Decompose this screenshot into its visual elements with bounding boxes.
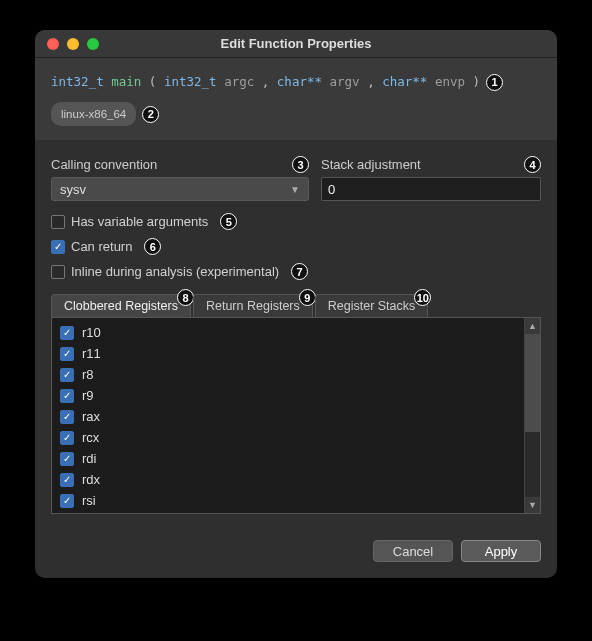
param-name: argc	[224, 74, 254, 89]
callout-2: 2	[142, 106, 159, 123]
callout-9: 9	[299, 289, 316, 306]
tab-label: Register Stacks	[328, 299, 416, 313]
calling-convention-label: Calling convention	[51, 157, 157, 172]
zoom-icon[interactable]	[87, 38, 99, 50]
scroll-down-icon[interactable]: ▼	[525, 497, 540, 513]
param-name: envp	[435, 74, 465, 89]
inline-analysis-label: Inline during analysis (experimental)	[71, 264, 279, 279]
can-return-label: Can return	[71, 239, 132, 254]
callout-8: 8	[177, 289, 194, 306]
form-body: Calling convention 3 sysv ▼ Stack adjust…	[35, 140, 557, 528]
register-name: rdx	[82, 472, 100, 487]
tab-return-registers[interactable]: Return Registers 9	[193, 294, 313, 317]
callout-1: 1	[486, 74, 503, 91]
tab-label: Clobbered Registers	[64, 299, 178, 313]
param-type: int32_t	[164, 74, 217, 89]
callout-6: 6	[144, 238, 161, 255]
register-name: rsi	[82, 493, 96, 508]
register-checkbox[interactable]: ✓	[60, 473, 74, 487]
callout-3: 3	[292, 156, 309, 173]
scrollbar[interactable]: ▲ ▼	[524, 318, 540, 513]
param-type: char**	[277, 74, 322, 89]
has-var-args-checkbox[interactable]	[51, 215, 65, 229]
minimize-icon[interactable]	[67, 38, 79, 50]
register-name: rax	[82, 409, 100, 424]
close-icon[interactable]	[47, 38, 59, 50]
register-row[interactable]: ✓r9	[60, 385, 516, 406]
register-row[interactable]: ✓rcx	[60, 427, 516, 448]
register-tabs-panel: Clobbered Registers 8 Return Registers 9…	[51, 294, 541, 514]
stack-adjustment-value: 0	[328, 182, 335, 197]
register-checkbox[interactable]: ✓	[60, 410, 74, 424]
register-row[interactable]: ✓r10	[60, 322, 516, 343]
register-row[interactable]: ✓rdx	[60, 469, 516, 490]
register-name: r8	[82, 367, 94, 382]
dialog-window: Edit Function Properties int32_t main ( …	[35, 30, 557, 578]
scroll-thumb[interactable]	[525, 334, 540, 432]
return-type: int32_t	[51, 74, 104, 89]
register-name: rcx	[82, 430, 99, 445]
window-title: Edit Function Properties	[35, 36, 557, 51]
calling-convention-value: sysv	[60, 182, 86, 197]
traffic-lights	[35, 38, 99, 50]
cancel-button[interactable]: Cancel	[373, 540, 453, 562]
register-list: ✓r10✓r11✓r8✓r9✓rax✓rcx✓rdi✓rdx✓rsi ▲ ▼	[51, 318, 541, 514]
register-row[interactable]: ✓r11	[60, 343, 516, 364]
register-row[interactable]: ✓rax	[60, 406, 516, 427]
register-row[interactable]: ✓r8	[60, 364, 516, 385]
param-name: argv	[330, 74, 360, 89]
register-row[interactable]: ✓rdi	[60, 448, 516, 469]
register-checkbox[interactable]: ✓	[60, 326, 74, 340]
tab-label: Return Registers	[206, 299, 300, 313]
button-label: Cancel	[393, 544, 433, 559]
signature-panel: int32_t main ( int32_t argc , char** arg…	[35, 58, 557, 140]
stack-adjustment-label: Stack adjustment	[321, 157, 421, 172]
register-checkbox[interactable]: ✓	[60, 347, 74, 361]
register-name: r9	[82, 388, 94, 403]
register-name: r11	[82, 346, 101, 361]
tab-clobbered-registers[interactable]: Clobbered Registers 8	[51, 294, 191, 317]
param-type: char**	[382, 74, 427, 89]
inline-analysis-checkbox[interactable]	[51, 265, 65, 279]
titlebar: Edit Function Properties	[35, 30, 557, 58]
callout-4: 4	[524, 156, 541, 173]
register-checkbox[interactable]: ✓	[60, 431, 74, 445]
signature-text[interactable]: int32_t main ( int32_t argc , char** arg…	[51, 72, 480, 92]
can-return-checkbox[interactable]: ✓	[51, 240, 65, 254]
callout-7: 7	[291, 263, 308, 280]
callout-5: 5	[220, 213, 237, 230]
dialog-footer: Cancel Apply	[35, 528, 557, 578]
calling-convention-dropdown[interactable]: sysv ▼	[51, 177, 309, 201]
chevron-down-icon: ▼	[290, 184, 300, 195]
scroll-up-icon[interactable]: ▲	[525, 318, 540, 334]
stack-adjustment-input[interactable]: 0	[321, 177, 541, 201]
button-label: Apply	[485, 544, 518, 559]
register-checkbox[interactable]: ✓	[60, 389, 74, 403]
register-row[interactable]: ✓rsi	[60, 490, 516, 511]
function-name: main	[111, 74, 141, 89]
register-checkbox[interactable]: ✓	[60, 368, 74, 382]
register-name: rdi	[82, 451, 96, 466]
register-checkbox[interactable]: ✓	[60, 494, 74, 508]
platform-tag[interactable]: linux-x86_64	[51, 102, 136, 126]
callout-10: 10	[414, 289, 431, 306]
register-name: r10	[82, 325, 101, 340]
tab-register-stacks[interactable]: Register Stacks 10	[315, 294, 429, 317]
has-var-args-label: Has variable arguments	[71, 214, 208, 229]
apply-button[interactable]: Apply	[461, 540, 541, 562]
register-checkbox[interactable]: ✓	[60, 452, 74, 466]
